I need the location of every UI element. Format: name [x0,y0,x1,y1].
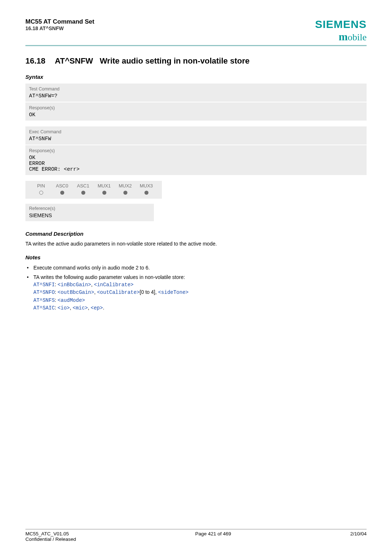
link-snfs[interactable]: AT^SNFS [33,297,55,303]
link-incalibrate[interactable]: <inCalibrate> [94,282,134,288]
dot-asc1 [73,189,94,196]
link-io[interactable]: <io> [58,305,70,311]
reference-label: Reference(s) [29,206,150,211]
link-ep[interactable]: <ep> [91,305,103,311]
chan-h-asc1: ASC1 [73,183,94,189]
section-cmd: AT^SNFW [55,56,93,65]
chan-h-mux1: MUX1 [94,183,115,189]
page-footer: MC55_ATC_V01.05 Confidential / Released … [25,529,367,542]
mobile-rest: obile [348,32,367,42]
test-command-code: AT^SNFW=? [29,93,363,99]
link-saic[interactable]: AT^SAIC [33,305,55,311]
chan-h-mux3: MUX3 [136,183,157,189]
channel-header-row: PIN ASC0 ASC1 MUX1 MUX2 MUX3 [30,183,157,189]
link-sidetone[interactable]: <sideTone> [158,289,188,295]
section-number: 16.18 [25,56,45,66]
test-command-label: Test Command [29,86,363,92]
test-command-box: Test Command AT^SNFW=? [25,84,367,102]
exec-response-l2: ERROR [29,161,363,166]
dot-pin [30,189,52,196]
section-heading: 16.18AT^SNFW Write audio setting in non-… [25,56,367,66]
dot-mux1 [94,189,115,196]
dot-mux3 [136,189,157,196]
footer-version: MC55_ATC_V01.05 [25,531,69,536]
circle-filled-icon [144,191,148,195]
footer-divider [25,529,367,530]
note-2-mid: [0 to 4], [140,289,158,295]
notes-heading: Notes [25,254,367,260]
reference-box: Reference(s) SIEMENS [25,204,154,221]
circle-filled-icon [81,191,85,195]
test-response-label: Response(s) [29,105,363,110]
siemens-wordmark: SIEMENS [315,18,367,31]
exec-response-l3: CME ERROR: <err> [29,166,363,172]
note-2-intro: TA writes the following audio parameter … [33,274,185,280]
circle-filled-icon [123,191,127,195]
link-snfo[interactable]: AT^SNFO [33,289,55,295]
mobile-m-letter: m [339,31,348,42]
header-divider [25,45,367,46]
link-outcalibrate[interactable]: <outCalibrate> [97,289,140,295]
exec-response-label: Response(s) [29,148,363,153]
footer-row: MC55_ATC_V01.05 Confidential / Released … [25,531,367,542]
circle-filled-icon [60,191,64,195]
exec-command-label: Exec Command [29,129,363,134]
reference-value: SIEMENS [29,212,150,218]
footer-left: MC55_ATC_V01.05 Confidential / Released [25,531,76,542]
channel-support-table: PIN ASC0 ASC1 MUX1 MUX2 MUX3 [25,181,162,199]
chan-h-pin: PIN [30,183,52,189]
footer-page: Page 421 of 469 [195,531,231,542]
exec-response-box: Response(s) OK ERROR CME ERROR: <err> [25,145,367,175]
section-desc: Write audio setting in non-volatile stor… [100,56,250,65]
exec-response-l1: OK [29,155,363,161]
brand-logo: SIEMENS mobile [315,18,367,43]
note-item-1: Execute command works only in audio mode… [25,264,367,271]
header-left: MC55 AT Command Set 16.18 AT^SNFW [25,18,94,31]
link-mic[interactable]: <mic> [73,305,88,311]
chan-h-mux2: MUX2 [115,183,136,189]
test-response-box: Response(s) OK [25,102,367,121]
command-description-text: TA writes the active audio parameters in… [25,240,367,248]
footer-date: 2/10/04 [350,531,367,542]
link-audmode[interactable]: <audMode> [58,297,85,303]
note-item-2: TA writes the following audio parameter … [25,274,367,312]
exec-command-code: AT^SNFW [29,136,363,142]
circle-empty-icon [39,191,43,195]
dot-mux2 [115,189,136,196]
channel-dot-row [30,189,157,196]
link-outbbcgain[interactable]: <outBbcGain> [58,289,94,295]
chan-h-asc0: ASC0 [52,183,73,189]
notes-list: Execute command works only in audio mode… [25,264,367,312]
mobile-wordmark: mobile [315,31,367,43]
doc-title: MC55 AT Command Set [25,18,94,25]
link-inbbcgain[interactable]: <inBbcGain> [58,282,91,288]
command-description-heading: Command Description [25,231,367,237]
footer-confidential: Confidential / Released [25,536,76,542]
doc-subtitle: 16.18 AT^SNFW [25,25,94,31]
circle-filled-icon [102,191,106,195]
exec-command-box: Exec Command AT^SNFW [25,126,367,145]
dot-asc0 [52,189,73,196]
page-header: MC55 AT Command Set 16.18 AT^SNFW SIEMEN… [25,18,367,43]
test-response-code: OK [29,112,363,118]
link-snfi[interactable]: AT^SNFI [33,282,55,288]
syntax-heading: Syntax [25,74,367,80]
note-1-text: Execute command works only in audio mode… [33,265,150,271]
